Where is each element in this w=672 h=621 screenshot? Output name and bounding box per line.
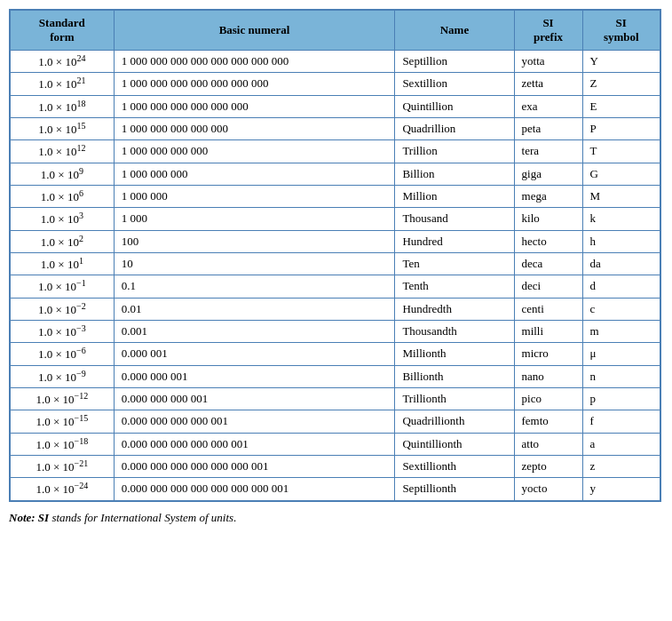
cell-si-symbol: Z: [582, 73, 660, 95]
table-row: 1.0 × 10−150.000 000 000 000 001Quadrill…: [11, 410, 660, 433]
cell-si-symbol: μ: [582, 343, 660, 365]
table-row: 1.0 × 1031 000Thousandkilok: [11, 208, 660, 230]
cell-name: Sextillion: [395, 73, 514, 95]
cell-basic-numeral: 0.000 000 000 000 000 001: [114, 433, 395, 455]
cell-name: Trillionth: [395, 387, 514, 410]
cell-basic-numeral: 1 000 000 000 000 000 000 000: [114, 73, 395, 95]
cell-si-symbol: d: [582, 275, 660, 298]
table-row: 1.0 × 10−10.1Tenthdecid: [11, 275, 660, 298]
cell-name: Thousandth: [395, 320, 514, 342]
cell-si-prefix: deca: [514, 252, 582, 275]
cell-si-prefix: femto: [514, 410, 582, 433]
cell-standard-form: 1.0 × 10−6: [11, 343, 115, 365]
table-row: 1.0 × 10110Tendecada: [11, 252, 660, 275]
cell-si-prefix: deci: [514, 275, 582, 298]
cell-name: Quintillionth: [395, 433, 514, 455]
cell-name: Quadrillionth: [395, 410, 514, 433]
table-row: 1.0 × 10151 000 000 000 000 000Quadrilli…: [11, 117, 660, 139]
cell-si-symbol: f: [582, 410, 660, 433]
cell-si-symbol: m: [582, 320, 660, 342]
cell-basic-numeral: 0.000 000 001: [114, 365, 395, 387]
cell-basic-numeral: 0.1: [114, 275, 395, 298]
cell-name: Million: [395, 185, 514, 207]
cell-name: Thousand: [395, 208, 514, 230]
cell-si-symbol: p: [582, 387, 660, 410]
cell-standard-form: 1.0 × 1018: [11, 95, 115, 117]
cell-basic-numeral: 1 000 000 000 000 000: [114, 117, 395, 139]
cell-standard-form: 1.0 × 103: [11, 208, 115, 230]
cell-si-symbol: da: [582, 252, 660, 275]
cell-name: Sextillionth: [395, 455, 514, 477]
table-row: 1.0 × 10−90.000 000 001Billionthnanon: [11, 365, 660, 387]
table-row: 1.0 × 10121 000 000 000 000TrillionteraT: [11, 140, 660, 163]
table-row: 1.0 × 10−210.000 000 000 000 000 000 001…: [11, 455, 660, 477]
cell-si-prefix: yocto: [514, 478, 582, 500]
cell-name: Trillion: [395, 140, 514, 163]
cell-si-symbol: y: [582, 478, 660, 500]
table-row: 1.0 × 10−180.000 000 000 000 000 001Quin…: [11, 433, 660, 455]
cell-si-prefix: mega: [514, 185, 582, 207]
table-row: 1.0 × 102100Hundredhectoh: [11, 230, 660, 252]
cell-si-prefix: zepto: [514, 455, 582, 477]
cell-si-symbol: z: [582, 455, 660, 477]
cell-name: Hundredth: [395, 298, 514, 320]
cell-name: Ten: [395, 252, 514, 275]
cell-name: Billion: [395, 163, 514, 185]
table-row: 1.0 × 10−240.000 000 000 000 000 000 000…: [11, 478, 660, 500]
table-row: 1.0 × 10241 000 000 000 000 000 000 000 …: [11, 51, 660, 73]
cell-name: Quintillion: [395, 95, 514, 117]
cell-basic-numeral: 1 000 000: [114, 185, 395, 207]
cell-si-symbol: P: [582, 117, 660, 139]
cell-si-prefix: milli: [514, 320, 582, 342]
cell-standard-form: 1.0 × 1021: [11, 73, 115, 95]
cell-standard-form: 1.0 × 10−24: [11, 478, 115, 500]
cell-si-prefix: micro: [514, 343, 582, 365]
cell-si-symbol: Y: [582, 51, 660, 73]
cell-si-prefix: pico: [514, 387, 582, 410]
cell-standard-form: 1.0 × 106: [11, 185, 115, 207]
cell-standard-form: 1.0 × 109: [11, 163, 115, 185]
cell-standard-form: 1.0 × 10−15: [11, 410, 115, 433]
cell-basic-numeral: 0.01: [114, 298, 395, 320]
cell-name: Quadrillion: [395, 117, 514, 139]
cell-si-symbol: h: [582, 230, 660, 252]
cell-basic-numeral: 1 000 000 000 000 000 000 000 000: [114, 51, 395, 73]
table-note: Note: SI stands for International System…: [9, 511, 663, 525]
cell-basic-numeral: 100: [114, 230, 395, 252]
cell-si-prefix: giga: [514, 163, 582, 185]
cell-si-symbol: M: [582, 185, 660, 207]
cell-si-prefix: tera: [514, 140, 582, 163]
cell-basic-numeral: 0.001: [114, 320, 395, 342]
cell-si-symbol: c: [582, 298, 660, 320]
table-row: 1.0 × 10181 000 000 000 000 000 000Quint…: [11, 95, 660, 117]
cell-basic-numeral: 0.000 000 000 000 001: [114, 410, 395, 433]
cell-si-prefix: centi: [514, 298, 582, 320]
cell-si-symbol: E: [582, 95, 660, 117]
table-row: 1.0 × 1061 000 000MillionmegaM: [11, 185, 660, 207]
cell-standard-form: 1.0 × 10−12: [11, 387, 115, 410]
header-si-prefix: SIprefix: [514, 11, 582, 51]
cell-standard-form: 1.0 × 10−9: [11, 365, 115, 387]
header-basic-numeral: Basic numeral: [114, 11, 395, 51]
cell-standard-form: 1.0 × 1015: [11, 117, 115, 139]
cell-basic-numeral: 1 000 000 000: [114, 163, 395, 185]
table-row: 1.0 × 10−60.000 001Millionthmicroμ: [11, 343, 660, 365]
cell-standard-form: 1.0 × 1024: [11, 51, 115, 73]
cell-standard-form: 1.0 × 102: [11, 230, 115, 252]
cell-basic-numeral: 10: [114, 252, 395, 275]
cell-basic-numeral: 0.000 001: [114, 343, 395, 365]
cell-standard-form: 1.0 × 10−21: [11, 455, 115, 477]
cell-basic-numeral: 0.000 000 000 001: [114, 387, 395, 410]
cell-si-prefix: atto: [514, 433, 582, 455]
header-name: Name: [395, 11, 514, 51]
cell-name: Septillion: [395, 51, 514, 73]
cell-name: Hundred: [395, 230, 514, 252]
cell-si-symbol: n: [582, 365, 660, 387]
cell-si-symbol: a: [582, 433, 660, 455]
cell-basic-numeral: 1 000 000 000 000: [114, 140, 395, 163]
si-prefix-table: Standardform Basic numeral Name SIprefix…: [9, 9, 661, 502]
header-standard-form: Standardform: [11, 11, 115, 51]
cell-name: Tenth: [395, 275, 514, 298]
cell-basic-numeral: 1 000 000 000 000 000 000: [114, 95, 395, 117]
cell-si-prefix: hecto: [514, 230, 582, 252]
